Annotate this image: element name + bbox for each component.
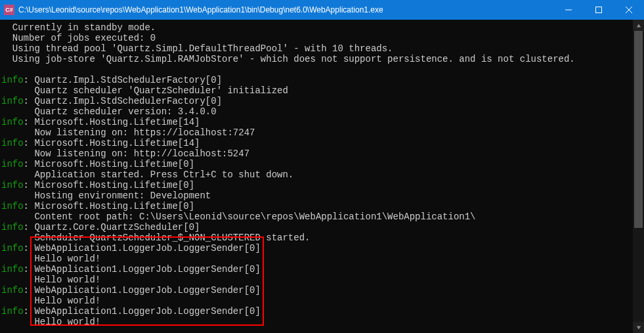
console-line: Quartz scheduler version: 3.4.0.0 bbox=[1, 106, 644, 117]
console-area[interactable]: Currently in standby mode. Number of job… bbox=[0, 20, 644, 333]
scroll-up-arrow-icon[interactable] bbox=[633, 20, 644, 31]
window-title: C:\Users\Leonid\source\repos\WebApplicat… bbox=[18, 5, 553, 14]
console-line: Now listening on: http://localhost:5247 bbox=[1, 148, 644, 159]
console-line: Content root path: C:\Users\Leonid\sourc… bbox=[1, 211, 644, 222]
console-line: info: Microsoft.Hosting.Lifetime[0] bbox=[1, 180, 644, 190]
console-line: Scheduler QuartzScheduler_$_NON_CLUSTERE… bbox=[1, 233, 644, 243]
svg-rect-1 bbox=[596, 7, 602, 13]
console-line: info: WebApplication1.LoggerJob.LoggerSe… bbox=[1, 264, 644, 275]
console-line: info: Quartz.Impl.StdSchedulerFactory[0] bbox=[1, 96, 644, 106]
window-controls bbox=[553, 0, 644, 20]
close-button[interactable] bbox=[614, 0, 644, 20]
console-line: Hello world! bbox=[1, 317, 644, 327]
app-icon: C# bbox=[4, 5, 14, 15]
window-titlebar: C# C:\Users\Leonid\source\repos\WebAppli… bbox=[0, 0, 644, 20]
console-line bbox=[1, 64, 644, 75]
console-line: info: Microsoft.Hosting.Lifetime[14] bbox=[1, 138, 644, 148]
console-line: info: Microsoft.Hosting.Lifetime[14] bbox=[1, 117, 644, 127]
console-line: Application started. Press Ctrl+C to shu… bbox=[1, 169, 644, 180]
scroll-down-arrow-icon[interactable] bbox=[633, 322, 644, 333]
minimize-button[interactable] bbox=[553, 0, 584, 20]
console-line: Quartz scheduler 'QuartzScheduler' initi… bbox=[1, 85, 644, 96]
console-line: Hello world! bbox=[1, 254, 644, 264]
console-line: Using thread pool 'Quartz.Simpl.DefaultT… bbox=[1, 43, 644, 54]
console-line: Using job-store 'Quartz.Simpl.RAMJobStor… bbox=[1, 54, 644, 64]
console-line: Now listening on: https://localhost:7247 bbox=[1, 127, 644, 138]
scrollbar-thumb[interactable] bbox=[634, 31, 643, 228]
console-line: Hello world! bbox=[1, 296, 644, 306]
console-line: info: WebApplication1.LoggerJob.LoggerSe… bbox=[1, 285, 644, 296]
console-line: info: Microsoft.Hosting.Lifetime[0] bbox=[1, 159, 644, 169]
console-line: info: WebApplication1.LoggerJob.LoggerSe… bbox=[1, 306, 644, 317]
console-line: info: WebApplication1.LoggerJob.LoggerSe… bbox=[1, 243, 644, 254]
console-line: Hello world! bbox=[1, 275, 644, 285]
console-line: Currently in standby mode. bbox=[1, 22, 644, 33]
console-line: Hosting environment: Development bbox=[1, 190, 644, 201]
console-line: info: Microsoft.Hosting.Lifetime[0] bbox=[1, 201, 644, 211]
console-line: info: Quartz.Impl.StdSchedulerFactory[0] bbox=[1, 75, 644, 85]
scrollbar[interactable] bbox=[633, 20, 644, 333]
console-line: Number of jobs executed: 0 bbox=[1, 33, 644, 43]
console-line: info: Quartz.Core.QuartzScheduler[0] bbox=[1, 222, 644, 233]
maximize-button[interactable] bbox=[584, 0, 614, 20]
